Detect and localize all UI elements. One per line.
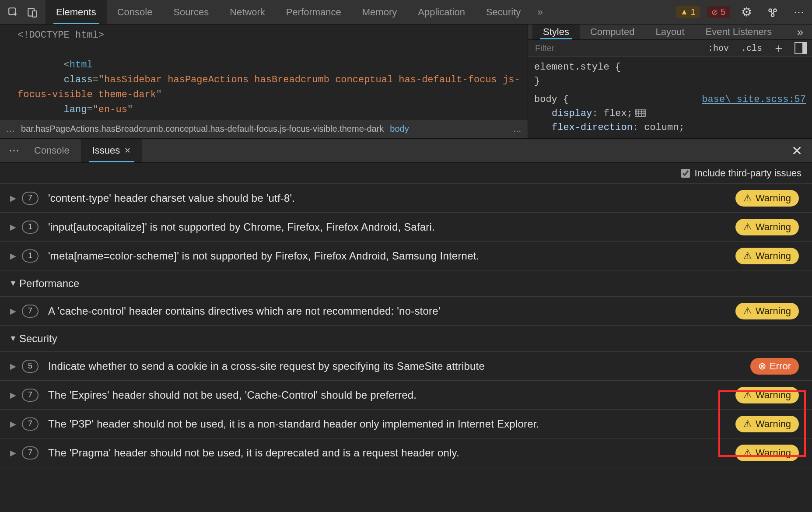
warning-icon: ⚠ [743, 193, 752, 204]
body-selector[interactable]: body { [534, 94, 569, 105]
drawer: ⋯ Console Issues ✕ ✕ Include third-party… [0, 138, 812, 512]
source-link[interactable]: base\ site.scss:57 [702, 93, 806, 107]
settings-icon[interactable]: ⚙ [737, 3, 756, 22]
tab-application[interactable]: Application [407, 0, 476, 24]
expand-caret-icon[interactable]: ▶ [7, 222, 19, 232]
tab-overflow[interactable]: » [531, 0, 549, 24]
issue-message: A 'cache-control' header contains direct… [48, 305, 441, 317]
computed-styles-sidebar-icon[interactable] [794, 42, 807, 54]
styles-tab-eventlisteners[interactable]: Event Listeners [695, 25, 783, 39]
issue-count: 7 [22, 417, 38, 431]
issue-count: 1 [22, 249, 38, 263]
collapse-caret-icon[interactable]: ▼ [7, 334, 19, 343]
styles-tab-styles[interactable]: Styles [532, 25, 580, 39]
tab-network[interactable]: Network [219, 0, 276, 24]
drawer-menu-icon[interactable]: ⋯ [5, 144, 23, 157]
include-3p-checkbox[interactable] [681, 169, 690, 178]
svg-rect-2 [32, 11, 37, 17]
styles-rules[interactable]: element.style { } base\ site.scss:57 bod… [528, 57, 812, 138]
element-style-selector[interactable]: element.style { [534, 60, 806, 74]
dom-doctype[interactable]: <!DOCTYPE html> [5, 28, 522, 43]
breadcrumb-ellipsis[interactable]: … [513, 124, 522, 134]
expand-caret-icon[interactable]: ▶ [7, 306, 19, 316]
styles-tab-layout[interactable]: Layout [645, 25, 695, 39]
expand-caret-icon[interactable]: ▶ [7, 251, 19, 261]
warning-badge: ⚠Warning [735, 303, 799, 319]
breadcrumb-body[interactable]: body [390, 124, 409, 134]
issues-list[interactable]: ▶ 7 'content-type' header charset value … [0, 184, 812, 512]
expand-caret-icon[interactable]: ▶ [7, 193, 19, 203]
inspect-element-icon[interactable] [4, 3, 23, 22]
styles-tab-overflow[interactable]: » [793, 25, 808, 39]
expand-caret-icon[interactable]: ▶ [7, 448, 19, 458]
expand-caret-icon[interactable]: ▶ [7, 361, 19, 371]
warning-badge: ⚠Warning [735, 248, 799, 264]
tab-performance[interactable]: Performance [276, 0, 352, 24]
dom-breadcrumb[interactable]: … bar.hasPageActions.hasBreadcrumb.conce… [0, 119, 528, 138]
expand-caret-icon[interactable]: ▶ [7, 419, 19, 429]
close-tab-icon[interactable]: ✕ [124, 146, 131, 155]
include-3p-toggle[interactable]: Include third-party issues [681, 168, 802, 179]
tab-memory[interactable]: Memory [352, 0, 407, 24]
flex-editor-icon[interactable] [635, 109, 646, 117]
issue-row[interactable]: ▶ 5 Indicate whether to send a cookie in… [0, 352, 812, 381]
issue-category[interactable]: ▼ Security [0, 326, 812, 352]
issue-row[interactable]: ▶ 7 'content-type' header charset value … [0, 184, 812, 213]
hov-toggle[interactable]: :hov [702, 43, 735, 53]
element-style-close: } [534, 74, 806, 88]
issue-row[interactable]: ▶ 7 The 'P3P' header should not be used,… [0, 410, 812, 438]
warnings-count: 1 [691, 7, 696, 17]
css-declaration[interactable]: flex-direction: column; [534, 121, 806, 135]
css-declaration[interactable]: display: flex; [534, 107, 806, 121]
warnings-badge[interactable]: ▲1 [676, 6, 700, 18]
errors-count: 5 [721, 7, 725, 17]
styles-pane: Styles Computed Layout Event Listeners »… [528, 25, 812, 138]
cls-toggle[interactable]: .cls [735, 43, 768, 53]
expand-caret-icon[interactable]: ▶ [7, 390, 19, 400]
tab-sources[interactable]: Sources [163, 0, 219, 24]
issue-row[interactable]: ▶ 7 A 'cache-control' header contains di… [0, 297, 812, 326]
annotation-highlight [718, 390, 806, 457]
devtools-tabbar: Elements Console Sources Network Perform… [0, 0, 812, 25]
styles-filter-input[interactable] [528, 43, 702, 53]
issue-count: 7 [22, 305, 38, 318]
warning-icon: ⚠ [743, 221, 752, 233]
warning-badge: ⚠Warning [735, 190, 799, 207]
collapse-caret-icon[interactable]: ▼ [7, 279, 19, 288]
issues-toolbar: Include third-party issues [0, 163, 812, 184]
issue-count: 7 [22, 446, 38, 459]
issue-row[interactable]: ▶ 7 The 'Pragma' header should not be us… [0, 438, 812, 467]
drawer-tab-issues[interactable]: Issues ✕ [81, 139, 143, 162]
tab-console[interactable]: Console [107, 0, 163, 24]
tab-security[interactable]: Security [476, 0, 531, 24]
error-icon: ⊘ [711, 7, 718, 17]
issue-message: The 'P3P' header should not be used, it … [48, 418, 539, 430]
breadcrumb-ellipsis[interactable]: … [6, 124, 15, 134]
device-toolbar-icon[interactable] [23, 3, 42, 22]
breadcrumb-segment[interactable]: bar.hasPageActions.hasBreadcrumb.concept… [21, 124, 384, 134]
category-label: Performance [19, 277, 79, 290]
experiments-icon[interactable] [763, 3, 782, 22]
errors-badge[interactable]: ⊘5 [707, 6, 730, 18]
tab-elements[interactable]: Elements [46, 0, 107, 24]
styles-tab-computed[interactable]: Computed [580, 25, 645, 39]
close-drawer-icon[interactable]: ✕ [787, 143, 807, 158]
new-style-rule-icon[interactable]: ＋ [768, 40, 789, 56]
include-3p-label: Include third-party issues [694, 168, 802, 179]
issue-count: 1 [22, 221, 38, 234]
issue-category[interactable]: ▼ Performance [0, 270, 812, 297]
drawer-tabbar: ⋯ Console Issues ✕ ✕ [0, 138, 812, 163]
main-tabs: Elements Console Sources Network Perform… [46, 0, 549, 24]
issue-count: 7 [22, 192, 38, 205]
issue-row[interactable]: ▶ 1 'meta[name=color-scheme]' is not sup… [0, 242, 812, 270]
warning-icon: ⚠ [743, 250, 752, 262]
error-badge: ⊗Error [750, 358, 799, 375]
issue-message: The 'Pragma' header should not be used, … [48, 447, 459, 459]
category-label: Security [19, 333, 57, 345]
kebab-menu-icon[interactable]: ⋯ [789, 3, 808, 22]
error-icon: ⊗ [758, 361, 766, 372]
drawer-tab-console[interactable]: Console [23, 139, 81, 162]
issue-row[interactable]: ▶ 7 The 'Expires' header should not be u… [0, 381, 812, 410]
issue-message: 'input[autocapitalize]' is not supported… [48, 221, 435, 233]
issue-row[interactable]: ▶ 1 'input[autocapitalize]' is not suppo… [0, 213, 812, 242]
